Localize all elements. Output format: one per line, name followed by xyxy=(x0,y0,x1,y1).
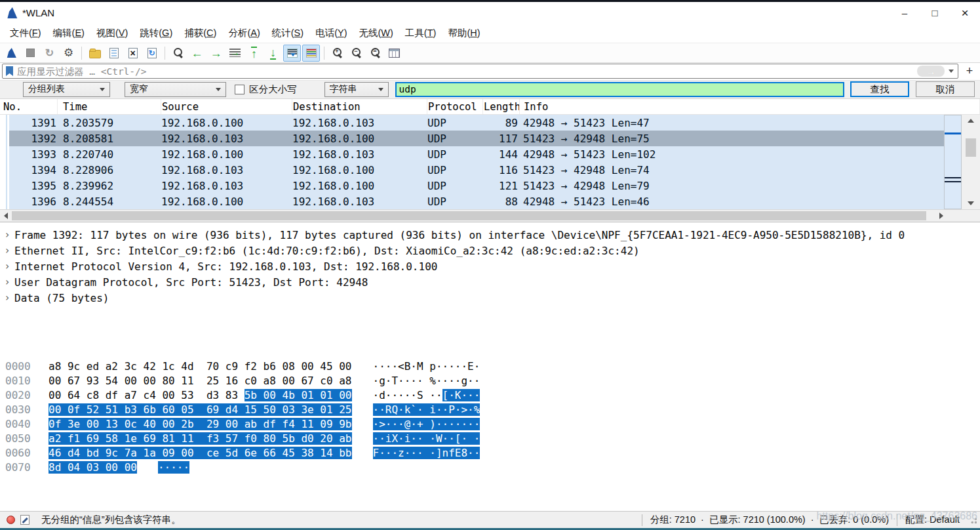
expander-chevron-icon[interactable]: › xyxy=(0,229,14,241)
maximize-button[interactable]: □ xyxy=(920,2,950,24)
cancel-button[interactable]: 取消 xyxy=(916,81,975,97)
find-scope-select[interactable]: 分组列表 xyxy=(23,82,110,97)
find-packet-button[interactable] xyxy=(169,45,187,62)
horizontal-scroll-thumb[interactable] xyxy=(12,211,926,220)
packet-list-vertical-scrollbar[interactable] xyxy=(962,115,980,209)
menu-item-h[interactable]: 帮助(H) xyxy=(442,24,486,42)
apply-filter-button[interactable]: → xyxy=(917,66,945,77)
menu-item-w[interactable]: 无线(W) xyxy=(353,24,399,42)
zoom-reset-button[interactable]: = xyxy=(366,45,384,62)
colorize-packets-button[interactable] xyxy=(302,45,320,62)
menu-item-v[interactable]: 视图(V) xyxy=(90,24,134,42)
capture-options-button[interactable]: ⚙ xyxy=(60,45,77,62)
resize-columns-button[interactable] xyxy=(385,45,403,62)
hex-row[interactable]: 003000 0f 52 51 b3 6b 60 05 69 d4 15 50 … xyxy=(0,402,980,417)
scroll-down-button[interactable] xyxy=(962,197,980,209)
expander-chevron-icon[interactable]: › xyxy=(0,245,14,256)
column-header-destination[interactable]: Destination xyxy=(292,99,427,114)
close-button[interactable]: × xyxy=(950,2,980,24)
case-sensitive-checkbox[interactable] xyxy=(235,85,245,94)
filter-history-caret-icon[interactable] xyxy=(949,70,954,73)
hex-ascii: F···z··· ·]nfE8·· xyxy=(373,447,480,459)
hex-ascii: ··iX·i·· ·W··[· · xyxy=(373,432,480,445)
auto-scroll-button[interactable] xyxy=(283,45,301,62)
resize-grip[interactable] xyxy=(969,516,977,524)
scroll-right-button[interactable] xyxy=(935,210,947,222)
find-packet-icon xyxy=(172,47,184,59)
go-to-bottom-button[interactable]: ↓ xyxy=(264,45,282,62)
open-file-button[interactable] xyxy=(86,45,104,62)
packet-row[interactable]: 13948.228906192.168.0.103192.168.0.100UD… xyxy=(0,162,944,178)
save-file-button[interactable] xyxy=(105,45,123,62)
stop-capture-button[interactable] xyxy=(22,45,39,62)
column-header-source[interactable]: Source xyxy=(161,99,292,114)
packet-minimap[interactable] xyxy=(944,115,962,209)
find-input[interactable] xyxy=(395,82,845,97)
expander-chevron-icon[interactable]: › xyxy=(0,260,14,272)
menu-item-y[interactable]: 电话(Y) xyxy=(309,24,353,42)
menu-item-e[interactable]: 编辑(E) xyxy=(47,24,90,42)
expander-chevron-icon[interactable]: › xyxy=(0,276,14,288)
capture-comment-icon[interactable] xyxy=(20,515,29,525)
hex-row[interactable]: 00708d 04 03 00 00····· xyxy=(0,460,980,474)
packet-bytes-pane: 0000a8 9c ed a2 3c 42 1c 4d 70 c9 f2 b6 … xyxy=(0,354,980,511)
column-header-length[interactable]: Length xyxy=(483,99,520,114)
go-back-button[interactable]: ← xyxy=(188,45,206,62)
detail-line[interactable]: ›Frame 1392: 117 bytes on wire (936 bits… xyxy=(0,227,980,243)
display-filter-input[interactable] xyxy=(17,66,917,77)
profile-label[interactable]: 配置: Default xyxy=(897,514,968,526)
column-header-time[interactable]: Time xyxy=(58,99,161,114)
detail-line[interactable]: ›User Datagram Protocol, Src Port: 51423… xyxy=(0,274,980,290)
menu-item-a[interactable]: 分析(A) xyxy=(222,24,265,42)
find-charset-select[interactable]: 宽窄 xyxy=(125,82,226,97)
find-button[interactable]: 查找 xyxy=(850,81,909,97)
packet-list-horizontal-scrollbar[interactable] xyxy=(0,209,980,222)
expert-info-icon[interactable] xyxy=(7,516,15,524)
close-file-button[interactable] xyxy=(124,45,142,62)
column-header-no[interactable]: No. xyxy=(0,99,58,114)
detail-line[interactable]: ›Internet Protocol Version 4, Src: 192.1… xyxy=(0,258,980,274)
expander-chevron-icon[interactable]: › xyxy=(0,292,14,304)
zoom-in-button[interactable]: + xyxy=(328,45,346,62)
scroll-left-button[interactable] xyxy=(0,210,12,222)
vertical-scroll-thumb[interactable] xyxy=(966,138,976,157)
packet-row[interactable]: 13938.220740192.168.0.100192.168.0.103UD… xyxy=(0,146,944,162)
restart-capture-button[interactable]: ↻ xyxy=(41,45,58,62)
filter-bookmark-icon[interactable] xyxy=(6,66,13,76)
packet-row[interactable]: 13968.244554192.168.0.100192.168.0.103UD… xyxy=(0,194,944,209)
hex-row[interactable]: 0050a2 f1 69 58 1e 69 81 11 f3 57 f0 80 … xyxy=(0,431,980,445)
column-header-protocol[interactable]: Protocol xyxy=(427,99,483,114)
menu-item-f[interactable]: 文件(F) xyxy=(4,24,47,42)
start-capture-button[interactable] xyxy=(3,45,20,62)
reload-file-button[interactable] xyxy=(143,45,161,62)
packet-row[interactable]: 13958.239962192.168.0.103192.168.0.100UD… xyxy=(0,178,944,194)
zoom-out-button[interactable]: − xyxy=(347,45,365,62)
hex-row[interactable]: 00400f 3e 00 13 0c 40 00 2b 29 00 ab df … xyxy=(0,417,980,431)
add-filter-button[interactable]: + xyxy=(961,64,978,79)
detail-line[interactable]: ›Ethernet II, Src: IntelCor_c9:f2:b6 (1c… xyxy=(0,243,980,258)
detail-line[interactable]: ›Data (75 bytes) xyxy=(0,290,980,306)
menu-item-g[interactable]: 跳转(G) xyxy=(134,24,178,42)
menu-item-c[interactable]: 捕获(C) xyxy=(178,24,222,42)
column-header-info[interactable]: Info xyxy=(520,99,980,114)
ascii-char: · xyxy=(417,403,423,416)
case-sensitive-option[interactable]: 区分大小写 xyxy=(235,83,297,96)
packet-details-pane: ›Frame 1392: 117 bytes on wire (936 bits… xyxy=(0,222,980,354)
hex-row[interactable]: 001000 67 93 54 00 00 80 11 25 16 c0 a8 … xyxy=(0,373,980,388)
find-type-select[interactable]: 字符串 xyxy=(324,82,389,97)
packet-row[interactable]: 13918.203579192.168.0.100192.168.0.103UD… xyxy=(0,115,944,131)
scroll-up-button[interactable] xyxy=(962,115,980,127)
hex-row[interactable]: 006046 d4 bd 9c 7a 1a 09 00 ce 5d 6e 66 … xyxy=(0,445,980,460)
ascii-char: M xyxy=(417,360,423,373)
minimize-button[interactable]: – xyxy=(890,2,920,24)
hex-row[interactable]: 002000 64 c8 df a7 c4 00 53 d3 83 5b 00 … xyxy=(0,388,980,402)
go-to-top-button[interactable]: ↑ xyxy=(245,45,263,62)
packet-row[interactable]: 13928.208581192.168.0.103192.168.0.100UD… xyxy=(0,131,944,146)
menu-item-s[interactable]: 统计(S) xyxy=(266,24,309,42)
go-forward-button[interactable]: → xyxy=(207,45,225,62)
hex-row[interactable]: 0000a8 9c ed a2 3c 42 1c 4d 70 c9 f2 b6 … xyxy=(0,359,980,373)
vertical-scroll-track[interactable] xyxy=(962,127,980,197)
go-to-packet-button[interactable] xyxy=(226,45,244,62)
menu-item-t[interactable]: 工具(T) xyxy=(399,24,442,42)
horizontal-scroll-track[interactable] xyxy=(12,210,935,222)
